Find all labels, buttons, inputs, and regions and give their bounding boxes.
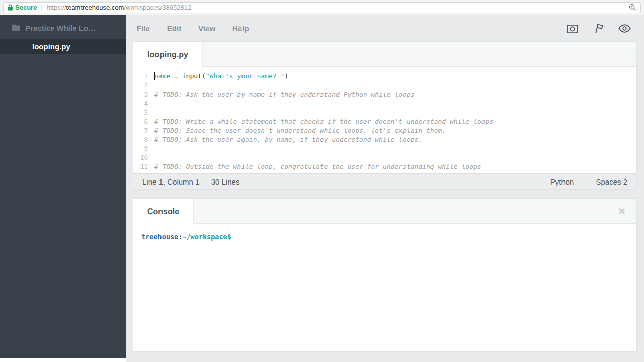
statusbar-right: Python Spaces 2	[550, 177, 627, 186]
line-number: 10	[133, 153, 154, 162]
code-line[interactable]: 2	[133, 81, 636, 90]
close-icon[interactable]: ×	[618, 199, 636, 223]
line-number: 2	[133, 81, 154, 90]
line-number: 4	[133, 99, 154, 108]
sidebar-project[interactable]: Practice While Lo…	[0, 15, 126, 39]
line-number: 5	[133, 108, 154, 117]
camera-icon[interactable]	[567, 24, 578, 33]
url-text: https://teamtreehouse.com/workspaces/386…	[47, 4, 192, 11]
code-line[interactable]: 1name = input("What's your name? ")	[133, 72, 636, 81]
code-line[interactable]: 10	[133, 153, 636, 162]
console-prompt: treehouse:~/workspace$	[141, 233, 628, 241]
code-line[interactable]: 6# TODO: Write a while statement that ch…	[133, 117, 636, 126]
code-line[interactable]: 11# TODO: Outside the while loop, congra…	[133, 162, 636, 171]
tab-console[interactable]: Console	[133, 199, 194, 224]
menubar: File Edit View Help	[133, 15, 637, 41]
line-number: 8	[133, 135, 154, 144]
tab-label: looping.py	[147, 50, 188, 59]
url-path: /workspaces/38652812	[124, 4, 191, 11]
browser-chrome: Secure | https://teamtreehouse.com/works…	[0, 0, 644, 15]
line-number: 3	[133, 90, 154, 99]
toolbar-icons	[567, 23, 637, 34]
secure-label: Secure	[15, 4, 37, 11]
code-line[interactable]: 9	[133, 144, 636, 153]
tab-looping-py[interactable]: looping.py	[133, 42, 203, 67]
code-line[interactable]: 3# TODO: Ask the user by name if they un…	[133, 90, 636, 99]
padlock-icon[interactable]	[8, 4, 13, 11]
console-body[interactable]: treehouse:~/workspace$	[133, 224, 636, 351]
address-separator: |	[41, 4, 42, 11]
code-line[interactable]: 8# TODO: Ask the user again, by name, if…	[133, 135, 636, 144]
project-name: Practice While Lo…	[25, 24, 96, 32]
zoom-icon[interactable]	[629, 4, 636, 11]
console-panel: Console × treehouse:~/workspace$	[133, 198, 637, 352]
eye-icon[interactable]	[618, 24, 631, 33]
language-selector[interactable]: Python	[550, 177, 574, 186]
folder-icon	[12, 24, 20, 32]
fork-flag-icon[interactable]	[593, 23, 603, 34]
menu-help[interactable]: Help	[232, 24, 249, 33]
file-sidebar: Practice While Lo… looping.py	[0, 15, 126, 358]
cursor-position-status: Line 1, Column 1 — 30 Lines	[142, 177, 239, 186]
console-tabbar: Console ×	[133, 199, 636, 224]
code-area[interactable]: 1name = input("What's your name? ")23# T…	[133, 67, 636, 173]
line-number: 9	[133, 144, 154, 153]
line-number: 6	[133, 117, 154, 126]
workspace-app: Practice While Lo… looping.py File Edit …	[0, 15, 644, 362]
line-number: 7	[133, 126, 154, 135]
menu-file[interactable]: File	[137, 24, 150, 33]
console-tab-label: Console	[147, 207, 179, 216]
indent-selector[interactable]: Spaces 2	[596, 177, 627, 186]
file-name: looping.py	[32, 42, 70, 51]
address-bar[interactable]: Secure | https://teamtreehouse.com/works…	[3, 2, 641, 13]
code-line[interactable]: 7# TODO: Since the user doesn't understa…	[133, 126, 636, 135]
sidebar-file-looping-py[interactable]: looping.py	[0, 39, 126, 54]
editor-statusbar: Line 1, Column 1 — 30 Lines Python Space…	[133, 173, 636, 189]
line-number: 1	[133, 72, 154, 81]
text-cursor	[154, 72, 155, 80]
url-scheme: https://	[47, 4, 66, 11]
url-domain: teamtreehouse.com	[66, 4, 124, 11]
editor-panel: looping.py 1name = input("What's your na…	[133, 41, 637, 190]
code-line[interactable]: 5	[133, 108, 636, 117]
code-line[interactable]: 4	[133, 99, 636, 108]
line-number: 11	[133, 162, 154, 171]
menu-view[interactable]: View	[198, 24, 215, 33]
menu-edit[interactable]: Edit	[167, 24, 181, 33]
main-panel: File Edit View Help looping.py	[126, 15, 644, 362]
editor-tabbar: looping.py	[133, 42, 636, 67]
